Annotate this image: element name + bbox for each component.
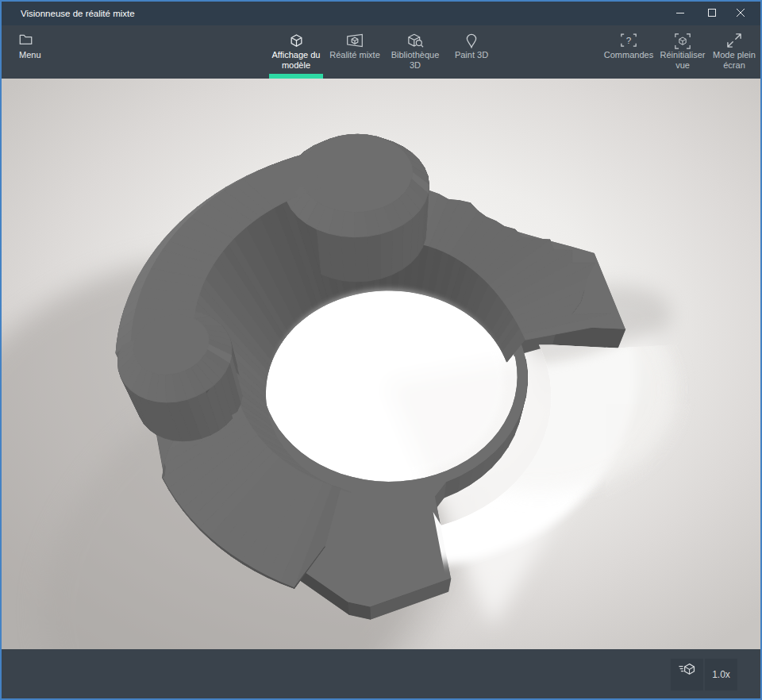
svg-text:?: ? xyxy=(626,35,632,45)
